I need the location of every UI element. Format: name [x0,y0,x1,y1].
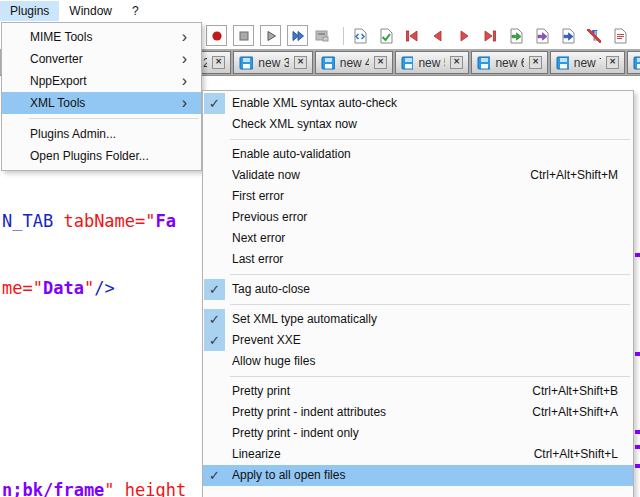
menu-item-previous-error[interactable]: Previous error [203,207,633,228]
xml-syntax-check-button[interactable] [352,28,368,44]
menu-item-label: Previous error [232,207,307,228]
xml-validate-button[interactable] [378,28,394,44]
menu-item-label: Enable auto-validation [232,144,351,165]
menu-item-next-error[interactable]: Next error [203,228,633,249]
gutter [204,444,225,465]
menu-item-label: Validate now [232,165,300,186]
menu-window[interactable]: Window [59,1,122,21]
no-format-button[interactable]: ¶ [586,28,602,44]
tab-new-4[interactable]: new 4 [315,51,393,74]
close-icon[interactable] [294,56,307,69]
menu-item-enable-auto-validation[interactable]: Enable auto-validation [203,144,633,165]
close-icon[interactable] [374,56,387,69]
menu-item-label: Enable XML syntax auto-check [232,93,397,114]
menu-item-converter[interactable]: Converter [2,48,201,70]
save-icon [633,56,640,70]
menu-item-pretty-print[interactable]: Pretty printCtrl+Alt+Shift+B [203,381,633,402]
previous-error-button[interactable] [430,28,446,44]
menu-bar: Plugins Window ? [0,0,640,22]
menu-item-label: XML Tools [30,96,85,110]
code-line [2,411,204,433]
linearize-button[interactable] [560,28,576,44]
menu-item-prevent-xxe[interactable]: Prevent XXE [203,330,633,351]
menu-item-label: MIME Tools [30,30,92,44]
gutter [204,186,225,207]
menu-separator [29,118,198,119]
menu-item-validate-now[interactable]: Validate nowCtrl+Alt+Shift+M [203,165,633,186]
doc-lines-a-button[interactable] [612,28,628,44]
gutter [204,249,225,270]
code-line: N_TAB tabName="Fa [2,210,204,232]
menu-item-set-xml-type-automatically[interactable]: Set XML type automatically [203,309,633,330]
macro-run-multiple-button[interactable] [287,25,308,46]
check-icon [204,279,225,300]
close-icon[interactable] [450,56,463,69]
menu-item-shortcut: Ctrl+Alt+Shift+M [530,165,633,186]
first-error-icon [404,28,420,44]
menu-item-first-error[interactable]: First error [203,186,633,207]
menu-item-enable-xml-syntax-auto-check[interactable]: Enable XML syntax auto-check [203,93,633,114]
menu-help[interactable]: ? [122,1,149,21]
save-icon [477,56,490,70]
menu-item-mime-tools[interactable]: MIME Tools [2,26,201,48]
tab-label: new 4 [340,56,369,70]
menu-item-label: Set XML type automatically [232,309,377,330]
first-error-button[interactable] [404,28,420,44]
menu-item-label: Next error [232,228,285,249]
code-line: n;bk/frame" height [2,479,204,497]
gutter [204,423,225,444]
menu-item-plugins-admin[interactable]: Plugins Admin... [2,123,201,145]
code-line: me="Data"/> [2,277,204,299]
next-error-button[interactable] [456,28,472,44]
menu-item-shortcut: Ctrl+Alt+Shift+A [532,402,633,423]
submenu-arrow-icon [182,26,187,48]
menu-item-label: Tag auto-close [232,279,310,300]
code-line [2,344,204,366]
tab-new-5[interactable]: new 5 [395,51,469,74]
menu-item-allow-huge-files[interactable]: Allow huge files [203,351,633,372]
check-icon [204,309,225,330]
close-icon[interactable] [606,56,619,69]
tab-partial[interactable] [627,51,640,74]
pretty-print-attr-button[interactable] [534,28,550,44]
menu-item-linearize[interactable]: LinearizeCtrl+Alt+Shift+L [203,444,633,465]
code-fragment [635,253,640,257]
macro-playback-button[interactable] [260,25,281,46]
menu-item-apply-to-all-open-files[interactable]: Apply to all open files [203,465,633,486]
tab-label: new 5 [418,56,445,70]
gutter [204,228,225,249]
last-error-icon [482,28,498,44]
fast-forward-icon [291,29,305,43]
menu-item-label: Open Plugins Folder... [30,149,149,163]
macro-record-button[interactable] [206,25,227,46]
close-icon[interactable] [529,56,542,69]
gutter [204,207,225,228]
menu-item-pretty-print-indent-only[interactable]: Pretty print - indent only [203,423,633,444]
validate-check-icon [378,28,394,44]
pretty-print-button[interactable] [508,28,524,44]
menu-item-nppexport[interactable]: NppExport [2,70,201,92]
menu-item-xml-tools[interactable]: XML Tools [2,92,201,114]
menu-item-label: Check XML syntax now [232,114,357,135]
menu-item-check-xml-syntax-now[interactable]: Check XML syntax now [203,114,633,135]
menu-item-last-error[interactable]: Last error [203,249,633,270]
code-view: N_TAB tabName="Fa me="Data"/> n;bk/frame… [2,165,204,497]
tab-new-3[interactable]: new 3 [233,51,313,74]
gutter [204,402,225,423]
last-error-button[interactable] [482,28,498,44]
menu-item-open-plugins-folder[interactable]: Open Plugins Folder... [2,145,201,167]
close-icon[interactable] [212,56,225,69]
doc-red-lines-icon [612,28,628,44]
macro-stop-button[interactable] [233,25,254,46]
code-fragment [635,352,640,356]
menu-item-pretty-print-indent-attributes[interactable]: Pretty print - indent attributesCtrl+Alt… [203,402,633,423]
tab-new-7[interactable]: new 7 [550,51,625,74]
tab-label: new 3 [258,56,289,70]
tab-new-6[interactable]: new 6 [471,51,548,74]
menu-item-label: Pretty print [232,381,290,402]
menu-item-shortcut: Ctrl+Alt+Shift+B [532,381,633,402]
submenu-arrow-icon [182,70,187,92]
menu-item-tag-auto-close[interactable]: Tag auto-close [203,279,633,300]
menu-plugins[interactable]: Plugins [0,1,59,21]
macro-save-button[interactable] [314,28,330,44]
